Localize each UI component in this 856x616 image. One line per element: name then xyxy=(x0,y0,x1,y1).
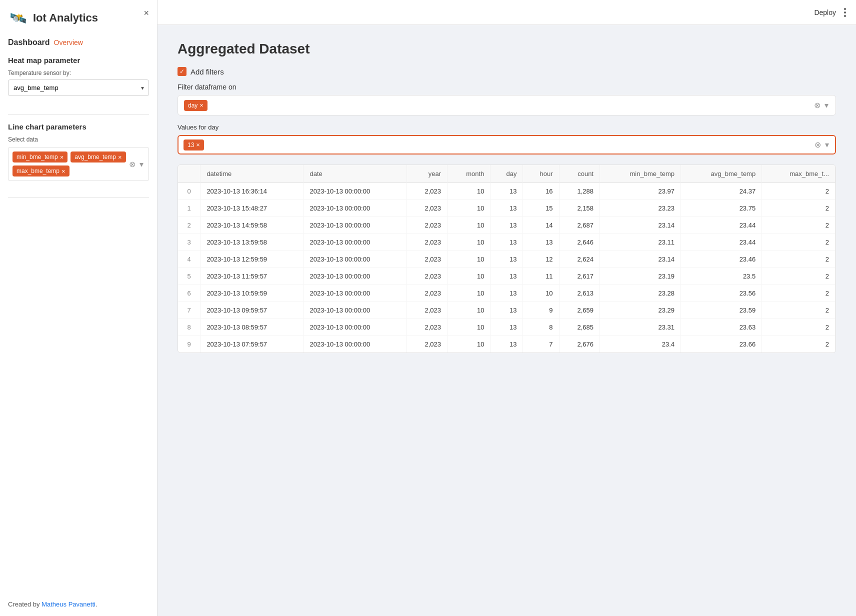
tag-min-label: min_bme_temp xyxy=(16,154,58,160)
cell-datetime: 2023-10-13 08:59:57 xyxy=(200,319,304,336)
cell-datetime: 2023-10-13 11:59:57 xyxy=(200,268,304,285)
filter-dataframe-container: day × ⊗ ▾ xyxy=(178,95,836,116)
sidebar: 🛰️ Iot Analytics × Dashboard Overview He… xyxy=(0,0,158,616)
cell-year: 2,023 xyxy=(406,285,447,302)
col-header-hour: hour xyxy=(523,165,559,183)
cell-count: 2,676 xyxy=(559,336,600,353)
menu-dots-button[interactable] xyxy=(842,6,848,19)
cell-year: 2,023 xyxy=(406,251,447,268)
cell-min-bme-temp: 23.4 xyxy=(600,336,680,353)
cell-index: 7 xyxy=(178,302,200,319)
table-row: 2 2023-10-13 14:59:58 2023-10-13 00:00:0… xyxy=(178,217,836,234)
table-row: 3 2023-10-13 13:59:58 2023-10-13 00:00:0… xyxy=(178,234,836,251)
filter-controls: ⊗ ▾ xyxy=(813,100,830,111)
close-button[interactable]: × xyxy=(142,6,151,20)
tag-max-bme-temp[interactable]: max_bme_temp × xyxy=(12,166,70,176)
table-row: 8 2023-10-13 08:59:57 2023-10-13 00:00:0… xyxy=(178,319,836,336)
line-chart-section: Line chart parameters Select data min_bm… xyxy=(8,122,149,181)
created-by-suffix: . xyxy=(96,600,98,608)
temperature-sensor-select[interactable]: avg_bme_temp min_bme_temp max_bme_temp xyxy=(8,80,149,96)
cell-avg-bme-temp: 23.75 xyxy=(681,200,762,217)
select-data-label: Select data xyxy=(8,136,149,143)
tags-controls: ⊗ ▾ xyxy=(128,158,144,170)
line-chart-section-title: Line chart parameters xyxy=(8,122,149,131)
tag-min-bme-temp[interactable]: min_bme_temp × xyxy=(12,152,68,162)
deploy-button[interactable]: Deploy xyxy=(814,8,836,16)
col-header-day: day xyxy=(490,165,523,183)
cell-year: 2,023 xyxy=(406,234,447,251)
cell-avg-bme-temp: 23.46 xyxy=(681,251,762,268)
cell-day: 13 xyxy=(490,217,523,234)
cell-month: 10 xyxy=(447,268,490,285)
tag-max-remove[interactable]: × xyxy=(62,168,66,174)
cell-date: 2023-10-13 00:00:00 xyxy=(304,285,406,302)
col-header-index xyxy=(178,165,200,183)
cell-index: 0 xyxy=(178,183,200,200)
filter-day-remove[interactable]: × xyxy=(200,102,204,108)
values-clear-button[interactable]: ⊗ xyxy=(814,139,822,150)
tag-avg-label: avg_bme_temp xyxy=(74,154,116,160)
values-input-container: 13 × ⊗ ▾ xyxy=(178,135,836,154)
filter-clear-button[interactable]: ⊗ xyxy=(813,100,822,111)
col-header-datetime: datetime xyxy=(200,165,304,183)
values-dropdown-button[interactable]: ▾ xyxy=(824,139,830,150)
table-row: 7 2023-10-13 09:59:57 2023-10-13 00:00:0… xyxy=(178,302,836,319)
table-row: 5 2023-10-13 11:59:57 2023-10-13 00:00:0… xyxy=(178,268,836,285)
cell-date: 2023-10-13 00:00:00 xyxy=(304,319,406,336)
cell-min-bme-temp: 23.97 xyxy=(600,183,680,200)
cell-day: 13 xyxy=(490,183,523,200)
cell-datetime: 2023-10-13 12:59:59 xyxy=(200,251,304,268)
cell-index: 8 xyxy=(178,319,200,336)
cell-max-bme-t: 2 xyxy=(762,336,836,353)
cell-hour: 15 xyxy=(523,200,559,217)
cell-date: 2023-10-13 00:00:00 xyxy=(304,183,406,200)
cell-datetime: 2023-10-13 09:59:57 xyxy=(200,302,304,319)
cell-year: 2,023 xyxy=(406,217,447,234)
cell-index: 6 xyxy=(178,285,200,302)
app-logo: 🛰️ xyxy=(8,8,28,28)
cell-index: 3 xyxy=(178,234,200,251)
add-filters-checkbox[interactable]: ✓ xyxy=(178,67,186,76)
values-input[interactable] xyxy=(207,141,810,149)
cell-date: 2023-10-13 00:00:00 xyxy=(304,200,406,217)
table-row: 4 2023-10-13 12:59:59 2023-10-13 00:00:0… xyxy=(178,251,836,268)
values-13-tag[interactable]: 13 × xyxy=(184,140,204,150)
cell-datetime: 2023-10-13 10:59:59 xyxy=(200,285,304,302)
tag-avg-remove[interactable]: × xyxy=(118,154,122,160)
created-by: Created by Matheus Pavanetti. xyxy=(8,590,149,608)
tag-min-remove[interactable]: × xyxy=(60,154,64,160)
cell-max-bme-t: 2 xyxy=(762,319,836,336)
cell-day: 13 xyxy=(490,200,523,217)
overview-link[interactable]: Overview xyxy=(54,38,83,46)
add-filters-label: Add filters xyxy=(190,68,224,76)
filter-day-tag[interactable]: day × xyxy=(184,100,208,111)
filter-dropdown-button[interactable]: ▾ xyxy=(824,100,830,111)
app-title: Iot Analytics xyxy=(33,12,98,24)
cell-min-bme-temp: 23.29 xyxy=(600,302,680,319)
cell-month: 10 xyxy=(447,319,490,336)
cell-index: 5 xyxy=(178,268,200,285)
dot-1 xyxy=(844,8,846,10)
cell-year: 2,023 xyxy=(406,268,447,285)
cell-month: 10 xyxy=(447,251,490,268)
data-table: datetime date year month day hour count … xyxy=(178,165,836,352)
values-13-remove[interactable]: × xyxy=(196,142,200,148)
cell-month: 10 xyxy=(447,217,490,234)
cell-count: 2,659 xyxy=(559,302,600,319)
col-header-date: date xyxy=(304,165,406,183)
heatmap-section-title: Heat map parameter xyxy=(8,56,149,64)
cell-month: 10 xyxy=(447,285,490,302)
add-filters-checkbox-wrapper[interactable]: ✓ Add filters xyxy=(178,67,224,76)
creator-link[interactable]: Matheus Pavanetti xyxy=(42,600,96,608)
sidebar-header: 🛰️ Iot Analytics xyxy=(8,8,149,28)
cell-index: 4 xyxy=(178,251,200,268)
cell-year: 2,023 xyxy=(406,319,447,336)
tags-clear-button[interactable]: ⊗ xyxy=(128,158,136,170)
cell-day: 13 xyxy=(490,285,523,302)
cell-avg-bme-temp: 23.59 xyxy=(681,302,762,319)
cell-max-bme-t: 2 xyxy=(762,200,836,217)
cell-min-bme-temp: 23.11 xyxy=(600,234,680,251)
tag-avg-bme-temp[interactable]: avg_bme_temp × xyxy=(70,152,126,162)
tags-dropdown-button[interactable]: ▾ xyxy=(138,158,144,170)
cell-min-bme-temp: 23.19 xyxy=(600,268,680,285)
